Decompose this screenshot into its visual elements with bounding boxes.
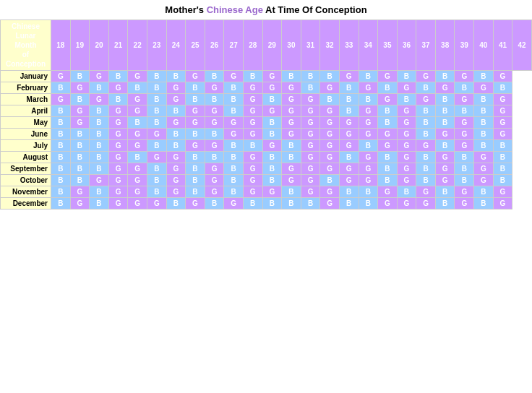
cell-march-age-23: B [147,94,166,105]
cell-august-age-37: B [416,152,436,163]
cell-may-age-30: G [282,117,301,129]
cell-october-age-30: G [282,175,301,186]
cell-september-age-31: G [301,163,320,175]
corner-line2: Lunar [16,32,36,40]
cell-march-age-30: G [282,94,301,105]
cell-may-age-18: B [51,117,71,129]
cell-september-age-36: G [397,163,416,175]
table-row: SeptemberBBBGGBGBGBGBGGGGGBGBGBGB [1,163,532,175]
cell-june-age-21: G [108,129,128,140]
cell-november-age-36: B [397,186,416,198]
cell-june-age-18: B [51,129,71,140]
cell-december-age-40: B [474,198,494,210]
cell-may-age-25: G [186,117,205,129]
month-label-march: March [1,94,51,105]
cell-september-age-27: B [224,163,244,175]
cell-june-age-31: G [301,129,320,140]
cell-april-age-37: B [416,105,436,117]
cell-february-age-21: G [108,82,128,94]
corner-line1: Chinese [12,22,40,30]
cell-march-age-33: B [339,94,359,105]
cell-november-age-39: G [455,186,474,198]
cell-march-age-34: B [359,94,378,105]
cell-march-age-22: G [128,94,147,105]
cell-february-age-20: B [90,82,109,94]
cell-july-age-27: B [224,140,244,152]
cell-march-age-37: G [416,94,436,105]
age-header-33: 33 [339,20,359,71]
cell-january-age-39: G [455,71,474,82]
cell-april-age-40: B [474,105,494,117]
cell-august-age-35: B [378,152,398,163]
cell-may-age-20: B [90,117,109,129]
cell-january-age-20: G [90,71,109,82]
cell-july-age-37: G [416,140,436,152]
cell-october-age-31: G [301,175,320,186]
cell-march-age-39: G [455,94,474,105]
cell-february-age-33: B [339,82,359,94]
cell-august-age-21: G [108,152,128,163]
cell-october-age-21: G [108,175,128,186]
cell-september-age-32: G [320,163,340,175]
cell-august-age-33: B [339,152,359,163]
cell-april-age-26: G [205,105,224,117]
age-header-42: 42 [512,20,532,71]
age-header-21: 21 [108,20,128,71]
cell-october-age-28: G [243,175,262,186]
cell-june-age-37: B [416,129,436,140]
cell-january-age-19: B [70,71,90,82]
cell-december-age-28: B [243,198,262,210]
cell-april-age-21: G [108,105,128,117]
age-header-24: 24 [166,20,186,71]
cell-october-age-34: G [359,175,378,186]
cell-november-age-26: G [205,186,224,198]
cell-february-age-35: B [378,82,398,94]
cell-september-age-18: B [51,163,71,175]
table-row: MarchGBGBGBGBBBGBGGBBBGBGBGBG [1,94,532,105]
cell-december-age-41: G [493,198,512,210]
cell-november-age-22: G [128,186,147,198]
cell-april-age-35: B [378,105,398,117]
corner-line5: Conception [6,60,46,68]
cell-january-age-26: B [205,71,224,82]
age-header-32: 32 [320,20,340,71]
cell-november-age-35: G [378,186,398,198]
age-header-28: 28 [243,20,262,71]
cell-march-age-19: B [70,94,90,105]
cell-may-age-36: G [397,117,416,129]
cell-november-age-34: B [359,186,378,198]
cell-december-age-26: B [205,198,224,210]
month-label-september: September [1,163,51,175]
age-header-31: 31 [301,20,320,71]
cell-may-age-33: G [339,117,359,129]
cell-may-age-29: B [262,117,282,129]
cell-september-age-24: G [166,163,186,175]
table-row: MayBGBGBBGGGGGBGGGGGBGBBGBG [1,117,532,129]
month-label-may: May [1,117,51,129]
cell-january-age-34: B [359,71,378,82]
age-header-18: 18 [51,20,71,71]
cell-november-age-25: B [186,186,205,198]
cell-february-age-34: G [359,82,378,94]
cell-march-age-20: G [90,94,109,105]
age-header-19: 19 [70,20,90,71]
cell-june-age-29: B [262,129,282,140]
age-header-38: 38 [435,20,455,71]
cell-february-age-37: B [416,82,436,94]
month-label-december: December [1,198,51,210]
cell-march-age-38: B [435,94,455,105]
cell-december-age-36: G [397,198,416,210]
age-header-20: 20 [90,20,109,71]
cell-july-age-19: B [70,140,90,152]
cell-november-age-40: B [474,186,494,198]
cell-june-age-41: G [493,129,512,140]
cell-november-age-30: B [282,186,301,198]
cell-may-age-23: B [147,117,166,129]
title-part3: At Time Of Conception [263,4,367,15]
cell-january-age-35: G [378,71,398,82]
cell-december-age-20: B [90,198,109,210]
cell-november-age-31: G [301,186,320,198]
cell-july-age-23: B [147,140,166,152]
cell-november-age-23: B [147,186,166,198]
age-header-40: 40 [474,20,494,71]
